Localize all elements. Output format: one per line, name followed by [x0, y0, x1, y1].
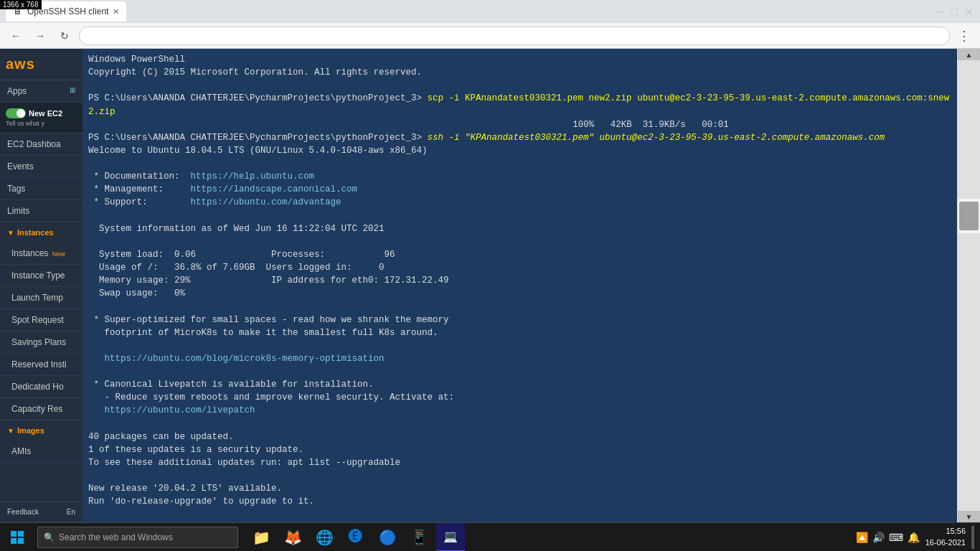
limits-label: Limits: [7, 206, 29, 216]
sidebar-item-capacity-reservations[interactable]: Capacity Res: [0, 398, 83, 420]
sidebar-item-reserved-instances[interactable]: Reserved Insti: [0, 354, 83, 376]
terminal-window: Windows PowerShell Copyright (C) 2015 Mi…: [83, 49, 957, 522]
tray-keyboard-icon[interactable]: ⌨: [889, 532, 903, 543]
tray-up-arrow[interactable]: 🔼: [856, 532, 868, 543]
taskbar-apps: 📁 🦊 🌐 🅔 🔵 📱 💻: [247, 523, 465, 552]
new-ec2-toggle[interactable]: New EC2: [6, 108, 77, 118]
sidebar-item-spot-requests[interactable]: Spot Request: [0, 309, 83, 331]
sidebar-item-feedback[interactable]: Feedback: [0, 502, 60, 522]
sidebar-item-apps[interactable]: Apps ⊞: [0, 80, 83, 103]
en-label: En: [67, 508, 75, 516]
dedicated-hosts-label: Dedicated Ho: [11, 382, 64, 392]
tray-volume-icon[interactable]: 🔊: [872, 532, 885, 543]
tray-notification-icon[interactable]: 🔔: [908, 532, 920, 543]
reserved-instances-label: Reserved Insti: [11, 359, 67, 369]
address-bar[interactable]: [79, 27, 950, 45]
taskbar-system-tray: 🔼 🔊 ⌨ 🔔 15:56 16-06-2021: [856, 526, 980, 549]
sidebar-apps-label: Apps: [7, 86, 27, 96]
capacity-reservations-label: Capacity Res: [11, 404, 62, 414]
start-button[interactable]: [0, 523, 34, 552]
right-panel: ▲ ▼: [957, 49, 980, 522]
taskbar: 🔍 Search the web and Windows 📁 🦊 🌐 🅔 🔵 📱…: [0, 522, 980, 551]
window-minimize-button[interactable]: —: [934, 6, 946, 17]
svg-rect-0: [11, 531, 17, 537]
sidebar-item-limits[interactable]: Limits: [0, 200, 83, 222]
aws-sidebar: aws Apps ⊞ New EC2 Tell us what y EC2 D: [0, 49, 83, 522]
sidebar-item-tags[interactable]: Tags: [0, 178, 83, 200]
system-tray-icons: 🔼 🔊 ⌨ 🔔: [856, 532, 920, 543]
svg-rect-3: [18, 538, 24, 544]
screen-size-badge: 980 x 551: [0, 0, 42, 9]
taskbar-clock[interactable]: 15:56 16-06-2021: [925, 526, 966, 548]
window-close-button[interactable]: ✕: [963, 6, 974, 17]
sidebar-item-instance-types[interactable]: Instance Type: [0, 265, 83, 287]
terminal-body[interactable]: Windows PowerShell Copyright (C) 2015 Mi…: [83, 49, 957, 522]
svg-rect-1: [18, 531, 24, 537]
new-ec2-label: New EC2: [29, 109, 62, 118]
instances-section-header[interactable]: ▼ Instances: [0, 222, 83, 242]
sidebar-item-events[interactable]: Events: [0, 156, 83, 178]
images-arrow: ▼: [7, 427, 14, 435]
new-ec2-subtitle: Tell us what y: [6, 120, 77, 127]
feedback-label: Feedback: [7, 508, 39, 516]
sidebar-item-dedicated-hosts[interactable]: Dedicated Ho: [0, 376, 83, 398]
spot-requests-label: Spot Request: [11, 315, 64, 325]
launch-templates-label: Launch Temp: [11, 293, 63, 303]
tab-close-button[interactable]: ✕: [113, 7, 119, 17]
taskbar-app-phone[interactable]: 📱: [405, 523, 433, 552]
sidebar-item-amis[interactable]: AMIs: [0, 441, 83, 463]
sidebar-item-instances[interactable]: Instances New: [0, 242, 83, 265]
apps-icon: ⊞: [70, 86, 75, 94]
browser-titlebar: 🖥 OpenSSH SSH client ✕ — □ ✕: [0, 0, 980, 23]
windows-logo-icon: [10, 530, 24, 545]
show-desktop-button[interactable]: [971, 526, 974, 549]
refresh-button[interactable]: ↻: [55, 26, 75, 46]
scrollbar-up-arrow[interactable]: ▲: [966, 51, 973, 59]
toggle-switch[interactable]: [6, 108, 26, 118]
main-content: aws Apps ⊞ New EC2 Tell us what y EC2 D: [0, 49, 980, 522]
scrollbar-down-arrow[interactable]: ▼: [966, 513, 973, 521]
forward-button[interactable]: →: [30, 26, 50, 46]
taskbar-search[interactable]: 🔍 Search the web and Windows: [37, 527, 238, 548]
clock-time: 15:56: [925, 526, 966, 537]
scrollbar-thumb[interactable]: [959, 202, 979, 230]
images-section-header[interactable]: ▼ Images: [0, 420, 83, 441]
sidebar-item-launch-templates[interactable]: Launch Temp: [0, 287, 83, 309]
images-section-label: Images: [17, 426, 44, 435]
aws-logo-text: aws: [6, 56, 35, 72]
tags-label: Tags: [7, 184, 25, 194]
aws-logo: aws: [0, 49, 83, 80]
instances-new-badge: New: [52, 250, 65, 258]
savings-plans-label: Savings Plans: [11, 337, 66, 347]
instances-section-label: Instances: [17, 228, 54, 237]
taskbar-app-powershell[interactable]: 💻: [436, 523, 465, 552]
window-maximize-button[interactable]: □: [948, 6, 960, 17]
sidebar-item-en[interactable]: En: [60, 502, 83, 522]
browser-window: 🖥 OpenSSH SSH client ✕ — □ ✕ ← → ↻ ⋮ aws…: [0, 0, 980, 522]
new-ec2-section: New EC2 Tell us what y: [0, 103, 83, 133]
taskbar-app-file-explorer[interactable]: 📁: [247, 523, 275, 552]
back-button[interactable]: ←: [6, 26, 26, 46]
amis-label: AMIs: [11, 446, 31, 456]
terminal-line-1: Windows PowerShell Copyright (C) 2015 Mi…: [88, 55, 949, 522]
taskbar-app-ie[interactable]: 🅔: [341, 523, 370, 552]
clock-date: 16-06-2021: [925, 537, 966, 548]
instances-arrow: ▼: [7, 229, 14, 237]
taskbar-app-chrome[interactable]: 🔵: [373, 523, 402, 552]
events-label: Events: [7, 161, 34, 171]
search-placeholder: Search the web and Windows: [59, 532, 173, 542]
browser-navbar: ← → ↻ ⋮: [0, 23, 980, 49]
taskbar-app-edge[interactable]: 🌐: [310, 523, 339, 552]
svg-rect-2: [11, 538, 17, 544]
instance-types-label: Instance Type: [11, 270, 65, 281]
sidebar-item-savings-plans[interactable]: Savings Plans: [0, 331, 83, 354]
search-icon: 🔍: [44, 532, 55, 542]
taskbar-app-firefox[interactable]: 🦊: [278, 523, 307, 552]
instances-label: Instances: [11, 248, 48, 258]
browser-menu-button[interactable]: ⋮: [954, 26, 974, 46]
ec2-dashboard-label: EC2 Dashboa: [7, 139, 61, 149]
toggle-knob: [17, 109, 25, 118]
sidebar-item-ec2-dashboard[interactable]: EC2 Dashboa: [0, 133, 83, 156]
